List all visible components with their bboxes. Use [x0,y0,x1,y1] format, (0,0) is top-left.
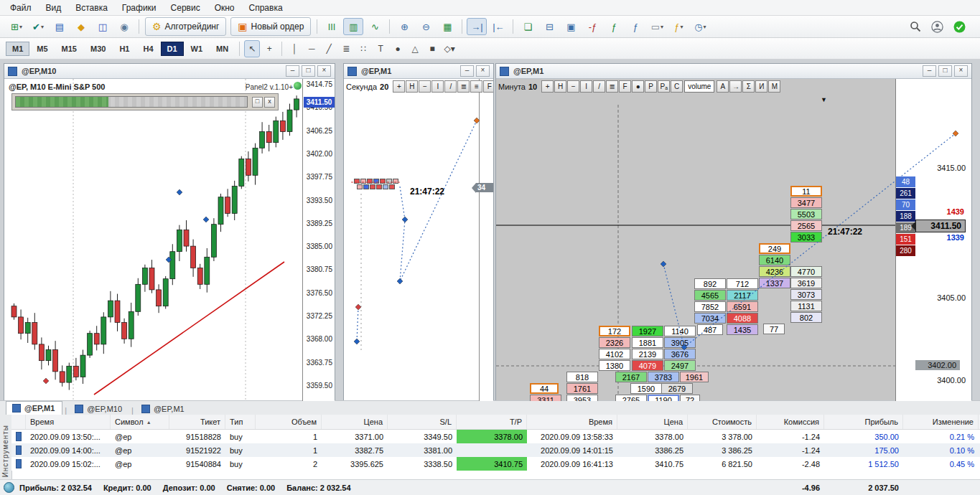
restore-button[interactable]: □ [302,65,315,77]
window-titlebar[interactable]: @EP,M1 – □ × [496,64,971,79]
chart-shift-button[interactable]: |← [488,18,508,35]
zoom-out-button[interactable]: ⊖ [416,18,436,35]
header-cell-1[interactable]: Символ▲ [111,415,169,429]
close-button[interactable]: × [476,65,490,77]
minimize-button[interactable]: – [286,65,299,77]
fibonacci-tool[interactable]: ≣ [338,40,354,57]
bars-chart-button[interactable]: ||| [322,18,342,35]
header-cell-0[interactable]: Время [26,415,111,429]
cluster-toolbar-extra-button-3[interactable]: И [755,80,767,93]
chart-area-m10[interactable]: 3414.753410.503406.253402.003397.753393.… [4,79,335,401]
indicator-list-button[interactable]: ƒ [604,18,624,35]
triangle-tool[interactable]: △ [407,40,423,57]
cluster-toolbar-button-7[interactable]: F [483,80,493,93]
chart-tab-2[interactable]: @EP,M1 [136,402,192,415]
rectangle-tool[interactable]: ■ [424,40,440,57]
table-row[interactable]: 2020.09.09 13:50:...@ep91518828buy13371.… [11,430,980,443]
timeframe-m1[interactable]: M1 [6,42,29,56]
cluster-toolbar-button-1[interactable]: H [554,80,566,93]
line-chart-button[interactable]: ∿ [365,18,385,35]
new-order-button[interactable]: ▣Новый ордер [230,17,311,36]
remove-indicator-button[interactable]: -ƒ [582,18,602,35]
new-chart-button[interactable]: ⊞▾ [6,18,27,35]
timeframe-mn[interactable]: MN [210,42,235,56]
cluster-toolbar-button-1[interactable]: H [406,80,418,93]
close-button[interactable]: × [317,65,331,77]
table-row[interactable]: 2020.09.09 15:02:...@ep91540884buy23395.… [11,457,980,471]
timeframe-m30[interactable]: M30 [84,42,112,56]
tile-horizontal-button[interactable]: ⊟ [539,18,559,35]
cursor-tool[interactable]: ↖ [244,40,260,57]
cluster-toolbar-button-5[interactable]: ≣ [457,80,470,93]
header-cell-10[interactable]: Стоимость [688,415,757,429]
cluster-toolbar-extra-button-2[interactable]: Σ [742,80,755,93]
market-watch-button[interactable]: ▤ [50,18,70,35]
arrows-tool[interactable]: ◇▾ [442,40,457,57]
search-icon[interactable] [910,21,921,32]
header-cell-13[interactable]: Изменение [903,415,979,429]
account-icon[interactable] [931,21,943,33]
cluster-toolbar-extra-button-0[interactable]: A [717,80,729,93]
crosshair-tool[interactable]: + [261,40,277,57]
cluster-toolbar-button-9[interactable]: Pₐ [658,80,670,93]
cluster-toolbar-button-3[interactable]: I [431,80,444,93]
cluster-toolbar-button-6[interactable]: ≡ [470,80,482,93]
cluster-toolbar-button-10[interactable]: C [671,80,683,93]
algotrading-button[interactable]: ⚙Алготрейдинг [145,17,226,36]
header-cell-5[interactable]: Цена [322,415,388,429]
timeframe-h1[interactable]: H1 [113,42,136,56]
header-cell-11[interactable]: Комиссия [757,415,824,429]
cluster-toolbar-button-5[interactable]: ≣ [606,80,618,93]
timeframe-m5[interactable]: M5 [30,42,54,56]
cluster-toolbar-button-2[interactable]: − [419,80,431,93]
restore-button[interactable]: □ [938,65,952,77]
cluster-toolbar-button-2[interactable]: − [567,80,579,93]
chart-tab-1[interactable]: @EP,M10 [69,402,129,415]
cluster-toolbar-button-8[interactable]: P [645,80,657,93]
chart-tab-0[interactable]: @EP,M1 [6,401,62,415]
timeframe-d1[interactable]: D1 [161,42,184,56]
cascade-windows-button[interactable]: ▣ [561,18,581,35]
text-tool[interactable]: T [373,40,388,57]
menu-item-3[interactable]: Графики [115,1,164,15]
cluster-toolbar-button-6[interactable]: F [619,80,631,93]
profiles-button[interactable]: ✔▾ [28,18,48,35]
data-window-button[interactable]: ◆ [71,18,91,35]
cluster-toolbar-button-0[interactable]: + [541,80,554,93]
cluster-toolbar-button-4[interactable]: / [593,80,605,93]
header-cell-3[interactable]: Тип [225,415,256,429]
timeframe-w1[interactable]: W1 [185,42,210,56]
tile-windows-button[interactable]: ▦ [437,18,457,35]
trendline-tool[interactable]: ╱ [321,40,337,57]
header-cell-4[interactable]: Объем [256,415,322,429]
expert-panel[interactable]: □x [11,93,279,110]
window-titlebar[interactable]: @EP,M10 – □ × [4,64,335,79]
template-button[interactable]: ▭▾ [647,18,667,35]
table-row[interactable]: 2020.09.09 14:00:...@ep91521922buy13382.… [11,443,980,457]
window-titlebar[interactable]: @EP,M1 – × [344,64,493,79]
minimize-button[interactable]: – [460,65,474,77]
minimize-button[interactable]: – [923,65,936,77]
menu-item-2[interactable]: Вставка [68,1,115,15]
signals-button[interactable]: ◉ [114,18,134,35]
cluster-toolbar-button-3[interactable]: I [580,80,592,93]
header-cell-2[interactable]: Тикет [169,415,225,429]
new-window-button[interactable]: ❏ [518,18,538,35]
cluster-toolbar-extra-button-4[interactable]: M [768,80,780,93]
indicators-button[interactable]: ƒ▾ [668,18,689,35]
volume-mode-select[interactable]: volume [684,80,714,93]
menu-item-6[interactable]: Справка [242,1,290,15]
cluster-toolbar-button-0[interactable]: + [393,80,405,93]
toolbox-side-strip[interactable]: Инструменты [0,415,12,479]
navigator-button[interactable]: ◫ [93,18,113,35]
zoom-in-button[interactable]: ⊕ [394,18,414,35]
header-cell-9[interactable]: Цена [617,415,688,429]
cluster-toolbar-extra-button-1[interactable]: → [729,80,742,93]
menu-item-5[interactable]: Окно [207,1,242,15]
chart-area-m1-cluster[interactable]: Секунда20+H−I/≣≡F3421:47:22 [344,79,493,401]
menu-item-0[interactable]: Файл [3,1,39,15]
timeframe-h4[interactable]: H4 [136,42,159,56]
panel-close-button[interactable]: x [264,97,275,108]
period-button[interactable]: ◷▾ [690,18,710,35]
autoscroll-button[interactable]: →| [467,18,487,35]
